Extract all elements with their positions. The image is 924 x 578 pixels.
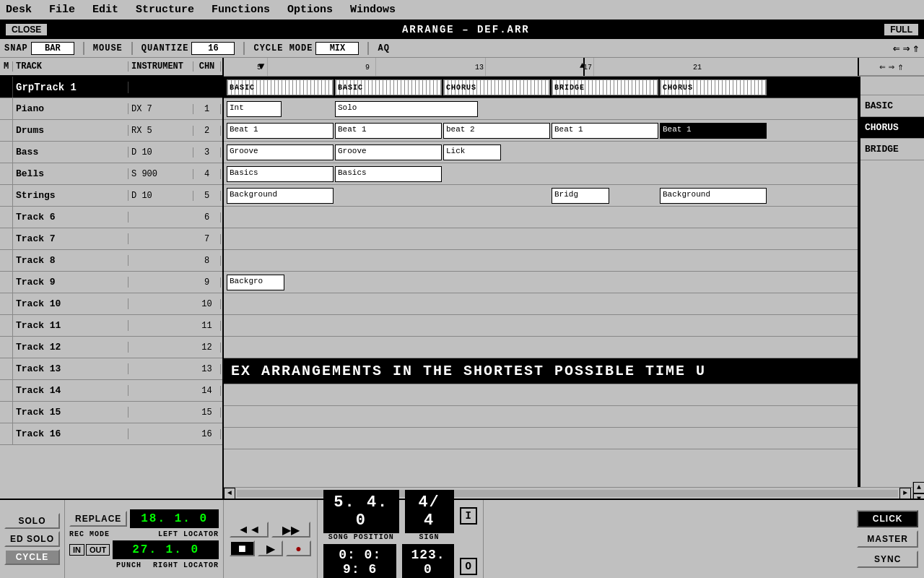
seg-intro[interactable]: Int bbox=[227, 101, 282, 117]
seg-groove-1[interactable]: Groove bbox=[227, 144, 334, 160]
track-name-drums[interactable]: Drums bbox=[13, 125, 128, 136]
in-button[interactable]: IN bbox=[69, 544, 84, 556]
vscroll-up-button[interactable]: ▲ bbox=[913, 482, 924, 493]
menu-file[interactable]: File bbox=[49, 4, 75, 16]
track-name-strings[interactable]: Strings bbox=[13, 190, 128, 201]
close-button[interactable]: CLOSE bbox=[4, 22, 48, 37]
part-chorus[interactable]: CHORUS bbox=[860, 117, 924, 139]
seg-beat1-1[interactable]: Beat 1 bbox=[227, 123, 334, 139]
grp-basic-1[interactable]: BASIC bbox=[227, 79, 334, 95]
hscroll-right-button[interactable]: ► bbox=[899, 488, 911, 499]
column-headers: M TRACK INSTRUMENT CHN bbox=[0, 58, 222, 77]
scroll-up-icon[interactable]: ⇑ bbox=[912, 41, 920, 56]
marquee-display: EX ARRANGEMENTS IN THE SHORTEST POSSIBLE… bbox=[224, 358, 858, 384]
track-row-14: Track 14 14 bbox=[0, 380, 222, 402]
track-row-12: Track 12 12 bbox=[0, 337, 222, 358]
marquee-text: EX ARRANGEMENTS IN THE SHORTEST POSSIBLE… bbox=[231, 363, 706, 379]
track-row-13: Track 13 13 bbox=[0, 358, 222, 380]
menu-edit[interactable]: Edit bbox=[92, 4, 118, 16]
seg-solo[interactable]: Solo bbox=[335, 101, 478, 117]
track-name-11[interactable]: Track 11 bbox=[13, 320, 128, 331]
track-chn-9: 9 bbox=[193, 277, 221, 288]
track-name-15[interactable]: Track 15 bbox=[13, 407, 128, 418]
parts-right-icon[interactable]: ⇒ bbox=[889, 61, 894, 73]
play-button[interactable]: ▶ bbox=[258, 540, 283, 556]
ruler-mark-21: 21 bbox=[693, 64, 702, 72]
track-name-14[interactable]: Track 14 bbox=[13, 385, 128, 396]
ed-solo-button[interactable]: ED SOLO bbox=[4, 531, 60, 547]
cycle-mode-value[interactable]: MIX bbox=[315, 42, 359, 55]
menu-structure[interactable]: Structure bbox=[136, 4, 194, 16]
ruler-line-1 bbox=[267, 58, 268, 76]
track-chn-14: 14 bbox=[193, 386, 221, 396]
track12-arrange bbox=[224, 337, 858, 358]
seg-background-1[interactable]: Background bbox=[227, 188, 334, 204]
stop-button[interactable]: ■ bbox=[230, 540, 255, 556]
track-name-13[interactable]: Track 13 bbox=[13, 363, 128, 374]
solo-button[interactable]: SOLO bbox=[4, 513, 60, 529]
track-row-group[interactable]: GrpTrack 1 bbox=[0, 77, 222, 98]
record-button[interactable]: ● bbox=[286, 540, 311, 556]
parts-left-icon[interactable]: ⇐ bbox=[879, 61, 885, 73]
seg-beat1-3[interactable]: Beat 1 bbox=[552, 123, 658, 139]
cycle-button[interactable]: CYCLE bbox=[4, 549, 60, 565]
track-name-bass[interactable]: Bass bbox=[13, 147, 128, 158]
track-row-11: Track 11 11 bbox=[0, 315, 222, 337]
seg-basics-2[interactable]: Basics bbox=[335, 166, 442, 182]
track-name-6[interactable]: Track 6 bbox=[13, 212, 128, 223]
scroll-right-icon[interactable]: ⇒ bbox=[903, 41, 910, 56]
arrange-area[interactable]: BASIC BASIC CHORUS BRIDGE CHORUS Int Sol… bbox=[224, 77, 859, 487]
track-name-16[interactable]: Track 16 bbox=[13, 428, 128, 439]
track-name-piano[interactable]: Piano bbox=[13, 103, 128, 114]
punch-label: PUNCH bbox=[116, 561, 141, 569]
col-header-m: M bbox=[0, 61, 13, 72]
track-name-8[interactable]: Track 8 bbox=[13, 255, 128, 266]
seg-basics-1[interactable]: Basics bbox=[227, 166, 334, 182]
seg-background-2[interactable]: Background bbox=[660, 188, 767, 204]
grptrack-name[interactable]: GrpTrack 1 bbox=[13, 82, 128, 93]
track8-arrange bbox=[224, 250, 858, 272]
seg-backgr[interactable]: Backgro bbox=[227, 275, 284, 290]
menu-functions[interactable]: Functions bbox=[212, 4, 270, 16]
seg-beat1-2[interactable]: Beat 1 bbox=[335, 123, 442, 139]
grp-basic-2[interactable]: BASIC bbox=[335, 79, 442, 95]
seg-beat2[interactable]: beat 2 bbox=[443, 123, 550, 139]
click-button[interactable]: CLICK bbox=[857, 510, 918, 527]
seg-lick[interactable]: Lick bbox=[443, 144, 501, 160]
sync-button[interactable]: SYNC bbox=[857, 551, 918, 568]
track-row-15: Track 15 15 bbox=[0, 402, 222, 423]
rewind-button[interactable]: ◄◄ bbox=[230, 522, 269, 538]
ruler-mark-13: 13 bbox=[475, 64, 484, 72]
full-button[interactable]: FULL bbox=[883, 22, 920, 37]
part-bridge[interactable]: BRIDGE bbox=[860, 139, 924, 160]
out-button[interactable]: OUT bbox=[86, 544, 110, 556]
replace-button[interactable]: REPLACE bbox=[69, 511, 127, 527]
fast-forward-button[interactable]: ▶▶ bbox=[271, 522, 310, 538]
track-chn-7: 7 bbox=[193, 234, 221, 244]
hscroll-left-button[interactable]: ◄ bbox=[224, 488, 235, 499]
grp-chorus[interactable]: CHORUS bbox=[443, 79, 550, 95]
track-name-12[interactable]: Track 12 bbox=[13, 342, 128, 353]
menu-options[interactable]: Options bbox=[287, 4, 333, 16]
seg-groove-2[interactable]: Groove bbox=[335, 144, 442, 160]
parts-up-icon[interactable]: ⇑ bbox=[897, 61, 903, 73]
scroll-left-icon[interactable]: ⇐ bbox=[893, 41, 900, 56]
part-basic[interactable]: BASIC bbox=[860, 95, 924, 117]
col-header-instrument: INSTRUMENT bbox=[128, 61, 193, 72]
master-button[interactable]: MASTER bbox=[857, 530, 918, 548]
seg-bridge[interactable]: Bridg bbox=[552, 188, 609, 204]
track-name-7[interactable]: Track 7 bbox=[13, 233, 128, 244]
quantize-value[interactable]: 16 bbox=[191, 42, 235, 55]
grp-bridge[interactable]: BRIDGE bbox=[552, 79, 658, 95]
aq-label: AQ bbox=[378, 43, 389, 53]
menu-desk[interactable]: Desk bbox=[6, 4, 32, 16]
seg-beat1-4[interactable]: Beat 1 bbox=[660, 123, 767, 139]
snap-value[interactable]: BAR bbox=[31, 42, 74, 55]
vscroll-down-button[interactable]: ▼ bbox=[913, 493, 924, 499]
track-name-bells[interactable]: Bells bbox=[13, 168, 128, 179]
track-name-9[interactable]: Track 9 bbox=[13, 277, 128, 288]
track-name-10[interactable]: Track 10 bbox=[13, 298, 128, 309]
grp-chorus-2[interactable]: CHORUS bbox=[660, 79, 767, 95]
track-row-9: Track 9 9 bbox=[0, 272, 222, 293]
menu-windows[interactable]: Windows bbox=[350, 4, 396, 16]
